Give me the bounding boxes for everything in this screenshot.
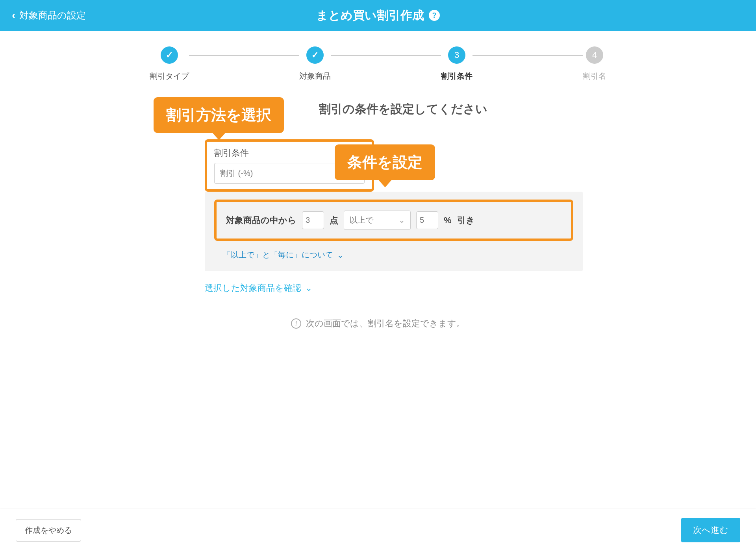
chevron-down-icon: ⌄ xyxy=(399,216,405,225)
callout-text: 割引方法を選択 xyxy=(166,107,271,123)
condition-row: 対象商品の中から 点 以上で ⌄ % 引き xyxy=(214,200,573,241)
back-button[interactable]: ‹ 対象商品の設定 xyxy=(12,9,86,22)
info-text: 次の画面では、割引名を設定できます。 xyxy=(306,318,465,329)
step-number-icon: 3 xyxy=(448,46,465,64)
callout-set-condition: 条件を設定 xyxy=(335,144,435,180)
link-text: 選択した対象商品を確認 xyxy=(205,282,301,294)
help-icon[interactable]: ? xyxy=(429,10,440,21)
step-1: 割引タイプ xyxy=(150,46,189,81)
condition-prefix: 対象商品の中から xyxy=(226,214,296,226)
pct-unit: % xyxy=(444,215,452,226)
pointer-down-icon xyxy=(213,133,225,140)
pointer-down-icon xyxy=(379,180,391,187)
step-connector xyxy=(189,55,299,56)
chevron-down-icon: ⌄ xyxy=(305,283,312,293)
select-value: 割引 (-%) xyxy=(220,168,253,179)
step-connector xyxy=(331,55,441,56)
quantity-input[interactable] xyxy=(302,211,324,229)
condition-suffix: 引き xyxy=(457,214,475,226)
select-value: 以上で xyxy=(350,215,373,226)
info-icon: i xyxy=(291,318,301,329)
comparator-select[interactable]: 以上で ⌄ xyxy=(344,211,411,230)
check-icon xyxy=(161,46,178,64)
page-title: まとめ買い割引作成 ? xyxy=(316,7,440,24)
app-header: ‹ 対象商品の設定 まとめ買い割引作成 ? xyxy=(0,0,756,31)
percent-input[interactable] xyxy=(416,211,438,229)
chevron-down-icon: ⌄ xyxy=(337,250,344,260)
step-2-label: 対象商品 xyxy=(299,71,331,81)
page-title-text: まとめ買い割引作成 xyxy=(316,7,424,24)
check-icon xyxy=(306,46,324,64)
condition-panel: 対象商品の中から 点 以上で ⌄ % 引き 「以上で」と「毎に」について ⌄ xyxy=(205,192,583,271)
section-title: 割引の条件を設定してください xyxy=(319,101,583,117)
step-3: 3 割引条件 xyxy=(441,46,472,81)
step-number-icon: 4 xyxy=(586,46,603,64)
step-connector xyxy=(472,55,583,56)
qty-unit: 点 xyxy=(330,214,338,226)
chevron-left-icon: ‹ xyxy=(12,9,15,22)
step-1-label: 割引タイプ xyxy=(150,71,189,81)
main-content: 割引方法を選択 条件を設定 割引の条件を設定してください 割引条件 割引 (-%… xyxy=(161,101,595,329)
back-label: 対象商品の設定 xyxy=(19,9,86,22)
check-selected-products-link[interactable]: 選択した対象商品を確認 ⌄ xyxy=(205,282,312,294)
about-comparators-link[interactable]: 「以上で」と「毎に」について ⌄ xyxy=(223,250,344,260)
link-text: 「以上で」と「毎に」について xyxy=(223,250,333,260)
callout-select-method: 割引方法を選択 xyxy=(154,97,284,133)
stepper: 割引タイプ 対象商品 3 割引条件 4 割引名 xyxy=(102,31,654,89)
step-4-label: 割引名 xyxy=(583,71,606,81)
step-3-label: 割引条件 xyxy=(441,71,472,81)
step-4: 4 割引名 xyxy=(583,46,606,81)
callout-text: 条件を設定 xyxy=(347,154,422,170)
step-2: 対象商品 xyxy=(299,46,331,81)
info-row: i 次の画面では、割引名を設定できます。 xyxy=(173,318,583,329)
